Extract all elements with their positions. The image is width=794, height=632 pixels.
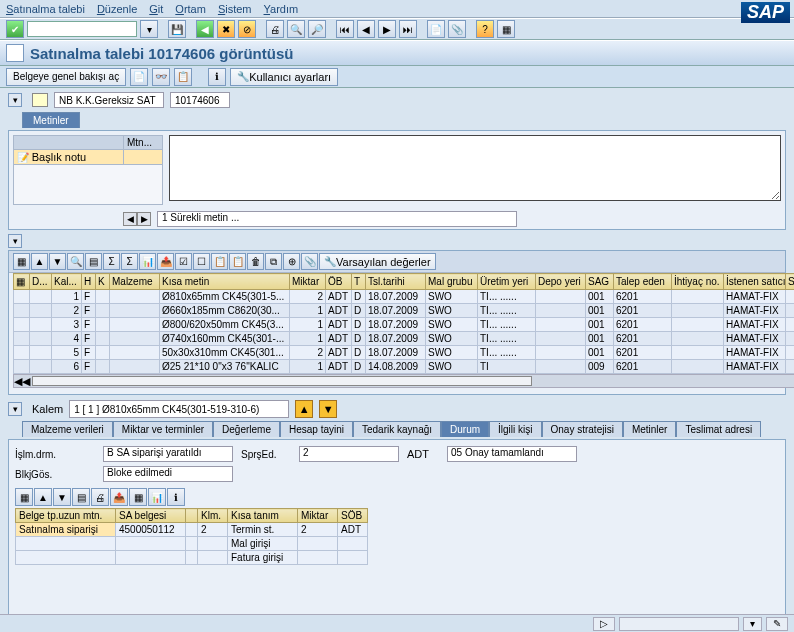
display-change-icon[interactable]: 👓 [152, 68, 170, 86]
scroll-left-icon[interactable]: ◀ [123, 212, 137, 226]
menu-help[interactable]: Yardım [264, 3, 299, 15]
col-fixvendor[interactable]: Sabit satıcı [786, 274, 795, 290]
copy-icon[interactable]: 📋 [211, 253, 228, 270]
col-reqno[interactable]: İhtiyaç no. [672, 274, 724, 290]
sgcol-po[interactable]: SA belgesi [116, 509, 186, 523]
shortcut-icon[interactable]: 📎 [448, 20, 466, 38]
sg-layout-icon[interactable]: ▦ [129, 488, 147, 506]
po-history-grid[interactable]: Belge tp.uzun mtn. SA belgesi Klm. Kısa … [15, 508, 368, 565]
export-icon[interactable]: 📤 [157, 253, 174, 270]
scroll-right-icon[interactable]: ▶ [137, 212, 151, 226]
default-values-button[interactable]: 🔧Varsayılan değerler [319, 253, 436, 270]
cancel-icon[interactable]: ⊘ [238, 20, 256, 38]
block-indicator-combo[interactable]: Bloke edilmedi [103, 466, 233, 482]
col-sag[interactable]: SAG [586, 274, 614, 290]
table-row[interactable]: 5F50x30x310mm CK45(301...2ADTD18.07.2009… [14, 346, 795, 360]
release-status-combo[interactable]: 05 Onay tamamlandı [447, 446, 577, 462]
sg-sort-desc-icon[interactable]: ▼ [53, 488, 71, 506]
item-collapse-icon[interactable]: ▾ [8, 402, 22, 416]
user-settings-button[interactable]: 🔧 Kullanıcı ayarları [230, 68, 338, 86]
sg-details-icon[interactable]: ▦ [15, 488, 33, 506]
sgcol-item[interactable]: Klm. [198, 509, 228, 523]
grid-hscrollbar[interactable]: ◀◀ ▶▶ [13, 374, 794, 388]
col-qty[interactable]: Miktar [290, 274, 326, 290]
status-seg3[interactable]: ▾ [743, 617, 762, 631]
table-row[interactable]: Mal girişi [16, 537, 368, 551]
subtab-2[interactable]: Değerleme [213, 421, 280, 437]
sort-desc-icon[interactable]: ▼ [49, 253, 66, 270]
sum-icon[interactable]: Σ [103, 253, 120, 270]
menu-env[interactable]: Ortam [175, 3, 206, 15]
sg-graph-icon[interactable]: 📊 [148, 488, 166, 506]
col-desvendor[interactable]: İstenen satıcı [724, 274, 786, 290]
table-row[interactable]: 1FØ810x65mm CK45(301-5...2ADTD18.07.2009… [14, 290, 795, 304]
processing-status-combo[interactable]: B SA siparişi yaratıldı [103, 446, 233, 462]
continuous-text-combo[interactable]: 1 Sürekli metin ... [157, 211, 517, 227]
text-editor[interactable] [169, 135, 781, 201]
select-all-icon[interactable]: ☑ [175, 253, 192, 270]
print-icon[interactable]: 🖨 [266, 20, 284, 38]
col-d[interactable]: D... [30, 274, 52, 290]
create-session-icon[interactable]: 📄 [427, 20, 445, 38]
dropdown-icon[interactable]: ▾ [140, 20, 158, 38]
subtab-1[interactable]: Miktar ve terminler [113, 421, 213, 437]
col-item[interactable]: Kal... [52, 274, 82, 290]
sg-info-icon[interactable]: ℹ [167, 488, 185, 506]
col-uom[interactable]: ÖB [326, 274, 352, 290]
document-overview-button[interactable]: Belgeye genel bakışı aç [6, 68, 126, 86]
filter-icon[interactable]: ▤ [85, 253, 102, 270]
deselect-all-icon[interactable]: ☐ [193, 253, 210, 270]
expand-icon[interactable]: ⊕ [283, 253, 300, 270]
subtab-6[interactable]: İlgili kişi [489, 421, 541, 437]
sort-asc-icon[interactable]: ▲ [31, 253, 48, 270]
table-row[interactable]: 6FØ25 21*10 0"x3 76"KALIC1ADTD14.08.2009… [14, 360, 795, 374]
duplicate-icon[interactable]: ⧉ [265, 253, 282, 270]
next-page-icon[interactable]: ▶ [378, 20, 396, 38]
col-t[interactable]: T [352, 274, 366, 290]
delete-icon[interactable]: 🗑 [247, 253, 264, 270]
row-selector-header[interactable]: ▦ [14, 274, 30, 290]
sgcol-uom[interactable]: SÖB [338, 509, 368, 523]
subtab-0[interactable]: Malzeme verileri [22, 421, 113, 437]
first-page-icon[interactable]: ⏮ [336, 20, 354, 38]
menu-goto[interactable]: Git [149, 3, 163, 15]
sg-filter-icon[interactable]: ▤ [72, 488, 90, 506]
items-collapse-icon[interactable]: ▾ [8, 234, 22, 248]
header-note-row[interactable]: 📝 Başlık notu [14, 150, 124, 165]
menu-edit[interactable]: Düzenle [97, 3, 137, 15]
subtab-7[interactable]: Onay stratejisi [542, 421, 623, 437]
table-row[interactable]: 4FØ740x160mm CK45(301-...1ADTD18.07.2009… [14, 332, 795, 346]
exit-icon[interactable]: ✖ [217, 20, 235, 38]
other-pr-icon[interactable]: 📋 [174, 68, 192, 86]
sg-export-icon[interactable]: 📤 [110, 488, 128, 506]
details-icon[interactable]: ▦ [13, 253, 30, 270]
sgcol-exp[interactable] [186, 509, 198, 523]
menu-system[interactable]: Sistem [218, 3, 252, 15]
subtab-3[interactable]: Hesap tayini [280, 421, 353, 437]
sgcol-doctype[interactable]: Belge tp.uzun mtn. [16, 509, 116, 523]
help-icon[interactable]: ? [476, 20, 494, 38]
last-page-icon[interactable]: ⏭ [399, 20, 417, 38]
col-shorttext[interactable]: Kısa metin [160, 274, 290, 290]
find-icon[interactable]: 🔍 [287, 20, 305, 38]
find-grid-icon[interactable]: 🔍 [67, 253, 84, 270]
attach-icon[interactable]: 📎 [301, 253, 318, 270]
col-matgroup[interactable]: Mal grubu [426, 274, 478, 290]
header-collapse-icon[interactable]: ▾ [8, 93, 22, 107]
layout-icon[interactable]: ▦ [497, 20, 515, 38]
layout-icon2[interactable]: 📊 [139, 253, 156, 270]
doc-type-combo[interactable]: NB K.K.Gereksiz SAT [54, 92, 164, 108]
items-grid[interactable]: ▦ D... Kal... H K Malzeme Kısa metin Mik… [13, 273, 794, 374]
find-next-icon[interactable]: 🔎 [308, 20, 326, 38]
table-row[interactable]: Satınalma siparişi45000501122Termin st.2… [16, 523, 368, 537]
menu-pr[interactable]: Satınalma talebi [6, 3, 85, 15]
prev-page-icon[interactable]: ◀ [357, 20, 375, 38]
command-field[interactable] [27, 21, 137, 37]
help-icon2[interactable]: ℹ [208, 68, 226, 86]
subtotal-icon[interactable]: Σ [121, 253, 138, 270]
sg-sort-asc-icon[interactable]: ▲ [34, 488, 52, 506]
subtab-9[interactable]: Teslimat adresi [676, 421, 761, 437]
table-row[interactable]: Fatura girişi [16, 551, 368, 565]
item-next-button[interactable]: ▼ [319, 400, 337, 418]
subtab-4[interactable]: Tedarik kaynağı [353, 421, 441, 437]
